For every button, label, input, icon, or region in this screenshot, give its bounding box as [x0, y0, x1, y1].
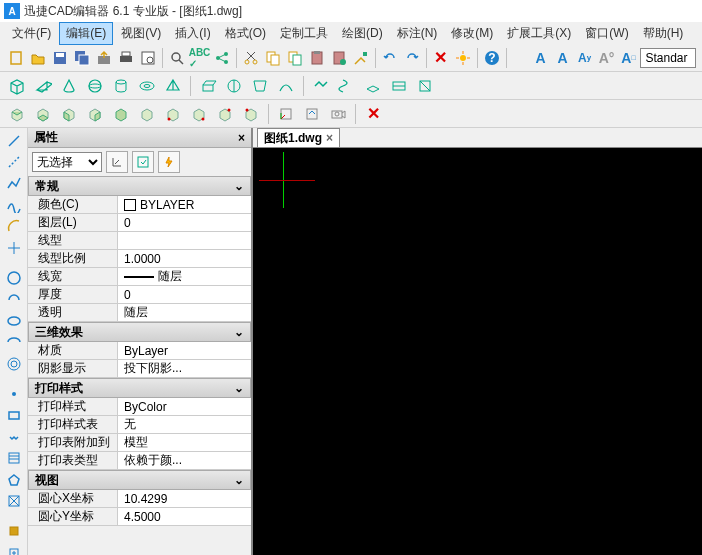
ray-tool-icon[interactable] [3, 153, 25, 170]
donut-tool-icon[interactable] [3, 355, 25, 372]
tab-close-icon[interactable]: × [326, 131, 333, 145]
menu-help[interactable]: 帮助(H) [637, 23, 690, 44]
publish-icon[interactable] [94, 47, 114, 69]
copy-icon[interactable] [263, 47, 283, 69]
cone-icon[interactable] [58, 75, 80, 97]
new-icon[interactable] [6, 47, 26, 69]
xline-tool-icon[interactable] [3, 239, 25, 256]
ucs-world-icon[interactable] [275, 103, 297, 125]
view-bottom-icon[interactable] [32, 103, 54, 125]
view-se-icon[interactable] [188, 103, 210, 125]
menu-view[interactable]: 视图(V) [115, 23, 167, 44]
view-left-icon[interactable] [58, 103, 80, 125]
undo-icon[interactable] [380, 47, 400, 69]
section-view[interactable]: 视图 ⌄ [28, 470, 251, 490]
menu-format[interactable]: 格式(O) [219, 23, 272, 44]
properties-close-icon[interactable]: × [238, 131, 245, 145]
pyramid-icon[interactable] [162, 75, 184, 97]
section-general[interactable]: 常规 ⌄ [28, 176, 251, 196]
cylinder-icon[interactable] [110, 75, 132, 97]
menu-modify[interactable]: 修改(M) [445, 23, 499, 44]
copybase-icon[interactable] [285, 47, 305, 69]
rect-tool-icon[interactable] [3, 407, 25, 424]
collapse-icon[interactable]: ⌄ [234, 179, 244, 193]
collapse-icon[interactable]: ⌄ [234, 473, 244, 487]
helix-icon[interactable] [336, 75, 358, 97]
extrude-icon[interactable] [197, 75, 219, 97]
paste-icon[interactable] [307, 47, 327, 69]
circle-tool-icon[interactable] [3, 269, 25, 286]
match-prop-icon[interactable] [351, 47, 371, 69]
find-icon[interactable] [167, 47, 187, 69]
view-back-icon[interactable] [136, 103, 158, 125]
revolve-icon[interactable] [223, 75, 245, 97]
section-print-style[interactable]: 打印样式 ⌄ [28, 378, 251, 398]
polyline-tool-icon[interactable] [3, 175, 25, 192]
view-front-icon[interactable] [110, 103, 132, 125]
redo-icon[interactable] [402, 47, 422, 69]
cut-icon[interactable] [241, 47, 261, 69]
menu-file[interactable]: 文件(F) [6, 23, 57, 44]
polysolid-icon[interactable] [310, 75, 332, 97]
block-tool-icon[interactable] [3, 523, 25, 540]
menu-window[interactable]: 窗口(W) [579, 23, 634, 44]
open-icon[interactable] [28, 47, 48, 69]
menu-custom-tools[interactable]: 定制工具 [274, 23, 334, 44]
text-find-icon[interactable]: A° [597, 47, 617, 69]
flatshot-icon[interactable] [388, 75, 410, 97]
paste-special-icon[interactable] [329, 47, 349, 69]
menu-annotate[interactable]: 标注(N) [391, 23, 444, 44]
ellipse-arc-tool-icon[interactable] [3, 334, 25, 351]
ellipse-tool-icon[interactable] [3, 312, 25, 329]
prop-tool-toggle-icon[interactable] [106, 151, 128, 173]
planar-icon[interactable] [362, 75, 384, 97]
spline-tool-icon[interactable] [3, 196, 25, 213]
menu-draw[interactable]: 绘图(D) [336, 23, 389, 44]
collapse-icon[interactable]: ⌄ [234, 381, 244, 395]
text-A1-icon[interactable]: A [531, 47, 551, 69]
view-sw-icon[interactable] [162, 103, 184, 125]
section-icon[interactable] [414, 75, 436, 97]
drawing-canvas[interactable] [253, 148, 702, 555]
spell-icon[interactable]: ABC✓ [189, 47, 211, 69]
hatch-tool-icon[interactable] [3, 450, 25, 467]
region-tool-icon[interactable] [3, 471, 25, 488]
arc2-tool-icon[interactable] [3, 291, 25, 308]
prop-tool-quick-icon[interactable] [158, 151, 180, 173]
wedge-icon[interactable] [32, 75, 54, 97]
explode-icon[interactable] [453, 47, 473, 69]
camera-icon[interactable] [327, 103, 349, 125]
line-tool-icon[interactable] [3, 132, 25, 149]
prop-tool-pick-icon[interactable] [132, 151, 154, 173]
menu-insert[interactable]: 插入(I) [169, 23, 216, 44]
close-view-icon[interactable]: ✕ [362, 103, 384, 125]
text-scale-icon[interactable]: A□ [619, 47, 639, 69]
torus-icon[interactable] [136, 75, 158, 97]
share-icon[interactable] [212, 47, 232, 69]
print-icon[interactable] [116, 47, 136, 69]
view-top-icon[interactable] [6, 103, 28, 125]
help-icon[interactable]: ? [482, 47, 502, 69]
loft-icon[interactable] [249, 75, 271, 97]
collapse-icon[interactable]: ⌄ [234, 325, 244, 339]
text-style-icon[interactable]: Ay [575, 47, 595, 69]
view-right-icon[interactable] [84, 103, 106, 125]
delete-icon[interactable]: ✕ [431, 47, 451, 69]
sphere-icon[interactable] [84, 75, 106, 97]
insert-block-icon[interactable] [3, 544, 25, 555]
document-tab[interactable]: 图纸1.dwg × [257, 128, 340, 147]
menu-edit[interactable]: 编辑(E) [59, 22, 113, 45]
section-3d-effect[interactable]: 三维效果 ⌄ [28, 322, 251, 342]
boundary-tool-icon[interactable] [3, 493, 25, 510]
text-A2-icon[interactable]: A [553, 47, 573, 69]
print-preview-icon[interactable] [138, 47, 158, 69]
view-nw-icon[interactable] [240, 103, 262, 125]
save-icon[interactable] [50, 47, 70, 69]
ucs-prev-icon[interactable] [301, 103, 323, 125]
selection-filter[interactable]: 无选择 [32, 152, 102, 172]
arc-tool-icon[interactable] [3, 218, 25, 235]
text-style-combo[interactable]: Standar [640, 48, 695, 68]
point-tool-icon[interactable] [3, 385, 25, 402]
box-icon[interactable] [6, 75, 28, 97]
saveall-icon[interactable] [72, 47, 92, 69]
